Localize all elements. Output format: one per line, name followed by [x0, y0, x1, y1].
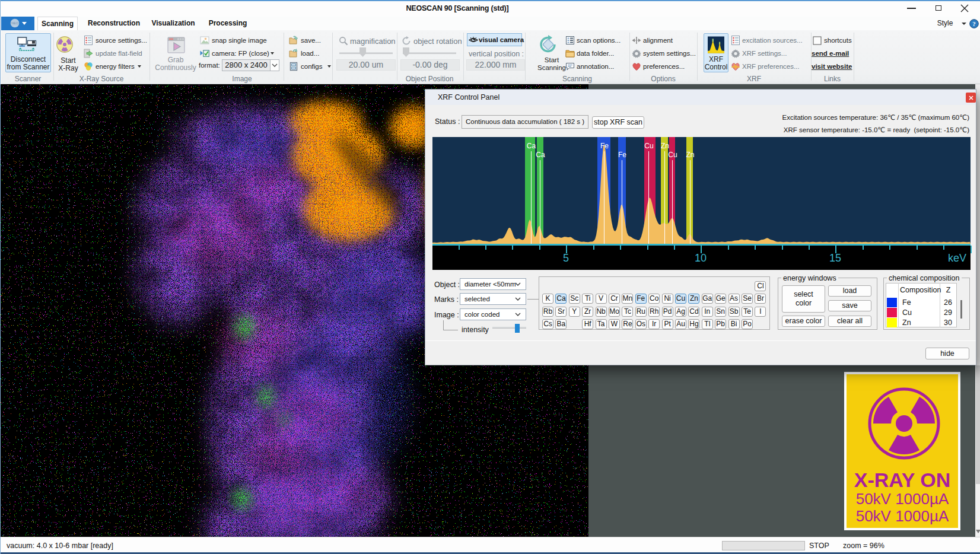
svg-text:NEO: NEO	[11, 21, 19, 25]
svg-text:?: ?	[972, 20, 976, 27]
svg-text:50kV 1000µA: 50kV 1000µA	[856, 507, 949, 525]
svg-text:X-RAY ON: X-RAY ON	[854, 469, 951, 491]
svg-text:50kV 1000µA: 50kV 1000µA	[856, 490, 949, 508]
